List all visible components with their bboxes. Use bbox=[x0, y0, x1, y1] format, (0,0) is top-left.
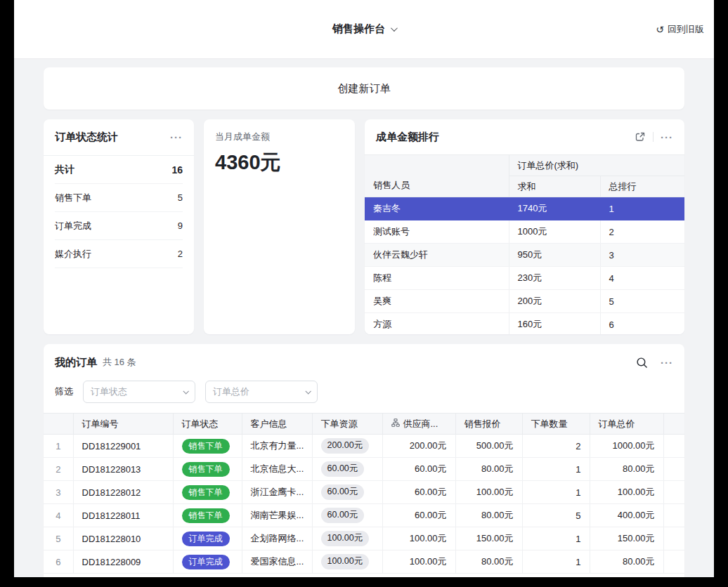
person-name: 测试账号 bbox=[365, 220, 509, 244]
column-header-supplier[interactable]: 供应商... bbox=[382, 414, 455, 435]
column-header-qty[interactable]: 下单数量 bbox=[522, 414, 590, 435]
rank-value: 3 bbox=[600, 244, 684, 267]
back-label: 回到旧版 bbox=[668, 23, 704, 36]
ranking-card: 成单金额排行 ··· bbox=[365, 119, 684, 334]
filter-bar: 筛选 订单状态 订单总价 bbox=[44, 381, 684, 413]
table-row[interactable]: 2 DD181228013 销售下单 北京信息大... 60.00元 60.00… bbox=[44, 458, 684, 481]
customer: 爱国家信息... bbox=[242, 550, 312, 574]
divider bbox=[653, 132, 654, 142]
page-title: 销售操作台 bbox=[332, 22, 385, 36]
column-header-resource[interactable]: 下单资源 bbox=[312, 414, 382, 435]
filter-placeholder: 订单总价 bbox=[213, 385, 249, 398]
chevron-down-icon bbox=[183, 388, 188, 394]
customer: 北京有力量... bbox=[242, 435, 312, 458]
column-header-customer[interactable]: 客户信息 bbox=[242, 414, 312, 435]
sum-value: 1000元 bbox=[509, 220, 600, 244]
person-name: 吴爽 bbox=[365, 290, 509, 313]
table-row[interactable]: 5 DD181228010 订单完成 企划路网络... 100.00元 100.… bbox=[44, 527, 684, 550]
table-row[interactable]: 1 DD181229001 销售下单 北京有力量... 200.00元 200.… bbox=[44, 435, 684, 458]
quantity: 1 bbox=[522, 458, 590, 481]
supplier-price: 200.00元 bbox=[382, 435, 455, 458]
status-badge: 销售下单 bbox=[182, 462, 230, 477]
table-row[interactable]: 4 DD181228011 销售下单 湖南芒果娱... 60.00元 60.00… bbox=[44, 504, 684, 527]
column-header-total[interactable]: 订单总价 bbox=[590, 414, 663, 435]
chevron-down-icon bbox=[391, 25, 398, 32]
rank-value: 6 bbox=[600, 313, 684, 335]
more-icon[interactable]: ··· bbox=[661, 132, 673, 143]
list-item[interactable]: 共计 16 bbox=[55, 156, 183, 184]
more-icon[interactable]: ··· bbox=[170, 132, 183, 143]
table-row[interactable]: 秦吉冬 1740元 1 bbox=[365, 197, 684, 220]
lookup-icon bbox=[391, 418, 400, 429]
list-item[interactable]: 媒介执行 2 bbox=[55, 240, 183, 268]
spacer-cell bbox=[663, 550, 684, 574]
status-value: 16 bbox=[171, 164, 183, 176]
card-header: 成单金额排行 ··· bbox=[365, 119, 684, 154]
sales-quote: 150.00元 bbox=[455, 527, 522, 550]
column-header-supplier-label: 供应商... bbox=[403, 418, 438, 430]
person-name: 秦吉冬 bbox=[365, 197, 509, 220]
column-header-status[interactable]: 订单状态 bbox=[173, 414, 242, 435]
card-header: 订单状态统计 ··· bbox=[44, 119, 194, 156]
filter-placeholder: 订单状态 bbox=[91, 385, 127, 398]
quantity: 2 bbox=[522, 435, 590, 458]
column-header-sum: 求和 bbox=[509, 176, 600, 197]
status-label: 销售下单 bbox=[55, 192, 91, 204]
status-badge: 销售下单 bbox=[182, 485, 230, 500]
supplier-price: 60.00元 bbox=[382, 458, 455, 481]
status-badge: 销售下单 bbox=[182, 439, 230, 454]
list-item[interactable]: 销售下单 5 bbox=[55, 184, 183, 212]
back-to-old-version-button[interactable]: ↺ 回到旧版 bbox=[656, 23, 704, 36]
order-no: DD181228010 bbox=[73, 527, 173, 550]
spacer-cell bbox=[663, 481, 684, 504]
order-status-filter[interactable]: 订单状态 bbox=[83, 381, 195, 403]
order-total: 150.00元 bbox=[590, 527, 663, 550]
customer: 湖南芒果娱... bbox=[242, 504, 312, 527]
table-row[interactable]: 3 DD181228012 销售下单 浙江金鹰卡... 60.00元 60.00… bbox=[44, 481, 684, 504]
supplier-price: 100.00元 bbox=[382, 550, 455, 574]
order-total: 80.00元 bbox=[590, 550, 663, 574]
row-index: 3 bbox=[44, 481, 73, 504]
column-header-order-no[interactable]: 订单编号 bbox=[73, 414, 173, 435]
expand-icon[interactable] bbox=[635, 131, 646, 143]
more-icon[interactable]: ··· bbox=[661, 357, 673, 368]
order-no: DD181228009 bbox=[73, 550, 173, 574]
status-label: 订单完成 bbox=[55, 220, 91, 232]
sum-value: 1740元 bbox=[509, 197, 600, 220]
supplier-price: 100.00元 bbox=[382, 527, 455, 550]
sum-value: 200元 bbox=[509, 290, 600, 313]
dashboard-content: 创建新订单 订单状态统计 ··· 共计 16 销售下单 5 bbox=[14, 59, 714, 577]
status-value: 5 bbox=[178, 192, 183, 203]
spacer-cell bbox=[663, 435, 684, 458]
table-row[interactable]: 伙伴云魏少轩 950元 3 bbox=[365, 244, 684, 267]
resource-tag: 100.00元 bbox=[321, 554, 370, 569]
table-row[interactable]: 吴爽 200元 5 bbox=[365, 290, 684, 313]
status-value: 9 bbox=[178, 220, 183, 231]
status-label: 共计 bbox=[55, 164, 74, 176]
table-row[interactable]: 陈程 230元 4 bbox=[365, 267, 684, 290]
list-item[interactable]: 订单完成 9 bbox=[55, 212, 183, 240]
column-header-quote[interactable]: 销售报价 bbox=[455, 414, 522, 435]
table-row[interactable]: 方源 160元 6 bbox=[365, 313, 684, 335]
table-row[interactable]: 6 DD181228009 订单完成 爱国家信息... 100.00元 100.… bbox=[44, 550, 684, 574]
resource-tag: 60.00元 bbox=[321, 484, 365, 500]
sales-quote: 80.00元 bbox=[455, 504, 522, 527]
card-title: 我的订单 bbox=[55, 356, 97, 369]
order-total-filter[interactable]: 订单总价 bbox=[205, 381, 318, 403]
header-row: 订单编号 订单状态 客户信息 下单资源 bbox=[44, 414, 684, 435]
table-row[interactable]: 测试账号 1000元 2 bbox=[365, 220, 684, 244]
row-index: 1 bbox=[44, 435, 73, 458]
status-badge: 订单完成 bbox=[182, 532, 230, 546]
spacer-cell bbox=[663, 458, 684, 481]
status-label: 媒介执行 bbox=[55, 248, 91, 260]
index-header bbox=[44, 414, 73, 435]
rank-value: 1 bbox=[600, 197, 684, 220]
create-order-button[interactable]: 创建新订单 bbox=[44, 67, 684, 110]
search-icon[interactable] bbox=[636, 357, 648, 369]
row-index: 6 bbox=[44, 550, 73, 574]
order-total: 80.00元 bbox=[590, 458, 663, 481]
workspace-switcher[interactable]: 销售操作台 bbox=[332, 22, 396, 36]
card-header: 我的订单 共 16 条 ··· bbox=[44, 344, 684, 381]
order-total: 100.00元 bbox=[590, 481, 663, 504]
amount-label: 当月成单金额 bbox=[215, 131, 344, 143]
